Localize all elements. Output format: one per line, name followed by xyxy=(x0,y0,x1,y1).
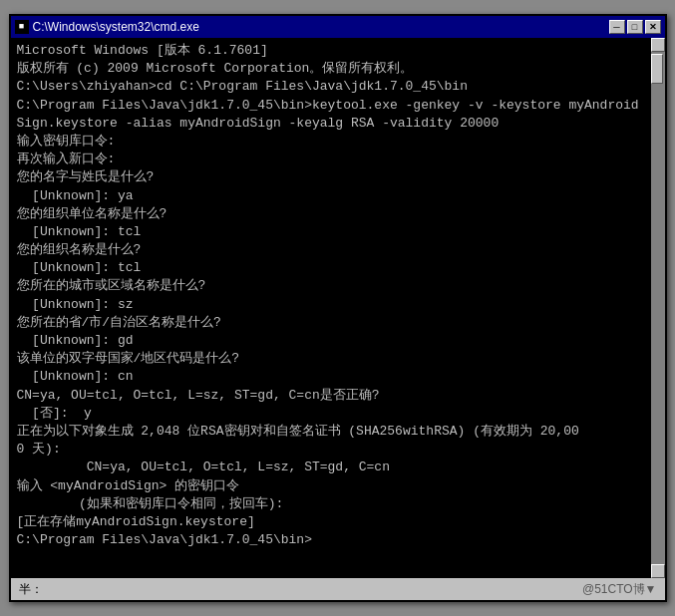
terminal-line: Microsoft Windows [版本 6.1.7601] xyxy=(17,42,659,60)
title-bar-left: ■ C:\Windows\system32\cmd.exe xyxy=(15,20,199,34)
terminal-line: 再次输入新口令: xyxy=(17,151,659,168)
terminal-line: C:\Program Files\Java\jdk1.7.0_45\bin>ke… xyxy=(17,97,659,115)
terminal-lines: Microsoft Windows [版本 6.1.7601]版权所有 (c) … xyxy=(17,42,659,549)
scrollbar-thumb[interactable] xyxy=(651,54,663,84)
terminal-line: CN=ya, OU=tcl, O=tcl, L=sz, ST=gd, C=cn是… xyxy=(17,387,659,405)
status-text: 半： xyxy=(19,581,43,598)
terminal-line: 您的组织单位名称是什么? xyxy=(17,205,659,223)
terminal-line: Sign.keystore -alias myAndroidSign -keya… xyxy=(17,115,659,133)
cmd-window: ■ C:\Windows\system32\cmd.exe ─ □ ✕ Micr… xyxy=(9,14,667,602)
terminal-line: [否]: y xyxy=(17,405,659,423)
scroll-down-button[interactable]: ▼ xyxy=(651,564,665,578)
scroll-up-button[interactable]: ▲ xyxy=(651,38,665,52)
terminal-line: C:\Program Files\Java\jdk1.7.0_45\bin> xyxy=(17,531,659,549)
watermark-text: @51CTO博▼ xyxy=(582,581,657,598)
cmd-icon: ■ xyxy=(15,20,29,34)
minimize-button[interactable]: ─ xyxy=(609,20,625,34)
terminal-line: CN=ya, OU=tcl, O=tcl, L=sz, ST=gd, C=cn xyxy=(17,459,659,476)
terminal-line: 版权所有 (c) 2009 Microsoft Corporation。保留所有… xyxy=(17,60,659,78)
terminal-line: [Unknown]: cn xyxy=(17,368,659,386)
terminal-line: [Unknown]: tcl xyxy=(17,259,659,277)
scrollbar-track[interactable] xyxy=(651,52,665,564)
title-bar: ■ C:\Windows\system32\cmd.exe ─ □ ✕ xyxy=(11,16,665,38)
terminal-line: C:\Users\zhiyahan>cd C:\Program Files\Ja… xyxy=(17,78,659,96)
terminal-line: 该单位的双字母国家/地区代码是什么? xyxy=(17,350,659,368)
terminal-line: 输入 <myAndroidSign> 的密钥口令 xyxy=(17,477,659,495)
terminal-line: 输入密钥库口令: xyxy=(17,133,659,151)
terminal-line: 您所在的城市或区域名称是什么? xyxy=(17,277,659,295)
terminal-body[interactable]: Microsoft Windows [版本 6.1.7601]版权所有 (c) … xyxy=(11,38,665,578)
terminal-line: 正在为以下对象生成 2,048 位RSA密钥对和自签名证书 (SHA256wit… xyxy=(17,423,659,441)
terminal-line: 您的名字与姓氏是什么? xyxy=(17,168,659,186)
terminal-line: [Unknown]: sz xyxy=(17,296,659,314)
title-buttons: ─ □ ✕ xyxy=(609,20,661,34)
terminal-line: [正在存储myAndroidSign.keystore] xyxy=(17,513,659,531)
window-title: C:\Windows\system32\cmd.exe xyxy=(33,20,199,34)
status-bar: 半： @51CTO博▼ xyxy=(11,578,665,600)
terminal-line: [Unknown]: ya xyxy=(17,187,659,205)
close-button[interactable]: ✕ xyxy=(645,20,661,34)
terminal-line: 您的组织名称是什么? xyxy=(17,241,659,259)
terminal-line: 您所在的省/市/自治区名称是什么? xyxy=(17,314,659,332)
scrollbar[interactable]: ▲ ▼ xyxy=(651,38,665,578)
terminal-line: (如果和密钥库口令相同，按回车): xyxy=(17,495,659,513)
terminal-line: [Unknown]: tcl xyxy=(17,223,659,241)
terminal-line: 0 天): xyxy=(17,441,659,459)
terminal-line: [Unknown]: gd xyxy=(17,332,659,350)
maximize-button[interactable]: □ xyxy=(627,20,643,34)
